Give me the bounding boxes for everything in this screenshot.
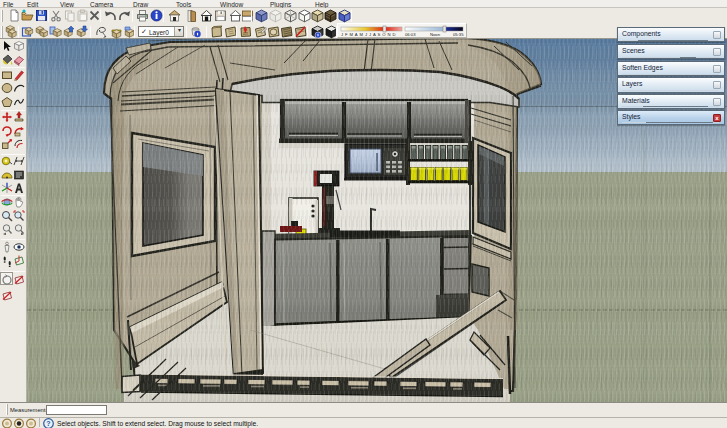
svg-text:?: ? — [46, 420, 50, 427]
svg-text:06:03: 06:03 — [405, 32, 416, 37]
svg-text:JFMAMJJASOND: JFMAMJJASOND — [341, 32, 397, 37]
svg-text:Noon: Noon — [430, 32, 441, 37]
svg-text:05:35: 05:35 — [453, 32, 464, 37]
